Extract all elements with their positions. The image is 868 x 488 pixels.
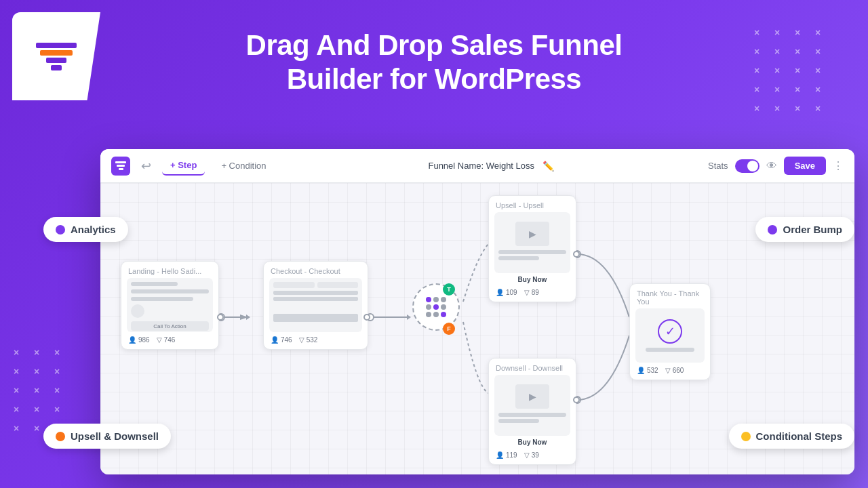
stats-label: Stats xyxy=(708,161,728,171)
conversions-icon: ▽ xyxy=(157,336,162,344)
upsell-cta: Buy Now xyxy=(489,273,576,285)
false-badge: F xyxy=(443,323,455,335)
upsell-node-title: Upsell - Upsell xyxy=(489,196,576,212)
analytics-dot xyxy=(56,225,65,235)
upsell-preview: ▶ xyxy=(494,212,570,273)
thankyou-preview: ✓ xyxy=(635,308,705,363)
cta-preview: Call To Action xyxy=(131,321,209,331)
downsell-stats: 👤 119 ▽ 39 xyxy=(489,447,576,464)
order-bump-label: Order Bump xyxy=(755,217,854,242)
node-landing[interactable]: Landing - Hello Sadi... Call To Action 👤… xyxy=(121,261,219,350)
conditional-steps-dot xyxy=(741,432,751,441)
thankyou-stats: 👤 532 ▽ 660 xyxy=(630,363,710,380)
preview-icon[interactable]: 👁 xyxy=(766,160,777,172)
checkout-preview xyxy=(269,278,362,332)
video-placeholder-downsell: ▶ xyxy=(515,384,549,409)
node-upsell[interactable]: Upsell - Upsell ▶ Buy Now 👤 xyxy=(488,195,576,302)
landing-stats: 👤 986 ▽ 746 xyxy=(121,332,218,349)
play-icon-downsell: ▶ xyxy=(529,391,536,402)
upsell-stats: 👤 109 ▽ 89 xyxy=(489,285,576,302)
edit-funnel-name-icon[interactable]: ✏️ xyxy=(542,161,554,171)
save-button[interactable]: Save xyxy=(784,157,826,175)
connector-dot-1 xyxy=(217,314,224,321)
funnel-name-label: Funnel Name: Weight Loss xyxy=(428,161,534,171)
connector-dot-4 xyxy=(573,396,580,403)
upsell-downsell-dot xyxy=(56,432,65,441)
visitors-icon: 👤 xyxy=(128,336,136,344)
toolbar-logo xyxy=(111,157,130,176)
downsell-node-title: Downsell - Downsell xyxy=(489,359,576,375)
checkout-stats: 👤 746 ▽ 532 xyxy=(264,332,368,349)
check-icon: ✓ xyxy=(658,319,682,344)
add-condition-button[interactable]: + Condition xyxy=(213,157,274,175)
landing-node-title: Landing - Hello Sadi... xyxy=(121,262,218,278)
connector-dot-3 xyxy=(573,251,580,258)
add-step-button[interactable]: + Step xyxy=(162,156,205,176)
node-conditional[interactable]: T F xyxy=(409,283,463,338)
decorative-dots-bottom-left: × × × × × × × × × × × × × × × xyxy=(14,347,66,434)
back-button[interactable]: ↩ xyxy=(138,156,154,176)
play-icon: ▶ xyxy=(529,228,536,239)
analytics-label: Analytics xyxy=(43,217,128,242)
downsell-preview: ▶ xyxy=(494,375,570,436)
node-downsell[interactable]: Downsell - Downsell ▶ Buy Now xyxy=(488,358,576,465)
svg-marker-7 xyxy=(246,314,250,320)
node-thankyou[interactable]: Thank You - Thank You ✓ 👤 532 ▽ 660 xyxy=(629,283,711,380)
visitors-icon: 👤 xyxy=(271,336,279,344)
hero-title: Drag And Drop Sales Funnel Builder for W… xyxy=(0,28,868,97)
conditional-steps-label: Conditional Steps xyxy=(729,424,855,449)
connector-dot-2 xyxy=(363,314,370,321)
toolbar: ↩ + Step + Condition Funnel Name: Weight… xyxy=(100,149,854,183)
toolbar-right: Stats 👁 Save ⋮ xyxy=(708,157,844,175)
thankyou-node-title: Thank You - Thank You xyxy=(630,284,710,308)
conversions-icon: ▽ xyxy=(299,336,304,344)
more-options-icon[interactable]: ⋮ xyxy=(833,159,844,172)
video-placeholder: ▶ xyxy=(515,222,549,246)
checkout-node-title: Checkout - Checkout xyxy=(264,262,368,278)
downsell-cta: Buy Now xyxy=(489,436,576,447)
stats-toggle[interactable] xyxy=(735,159,760,173)
node-checkout[interactable]: Checkout - Checkout xyxy=(263,261,368,350)
landing-preview: Call To Action xyxy=(127,278,213,332)
upsell-downsell-label: Upsell & Downsell xyxy=(43,424,171,449)
true-badge: T xyxy=(443,283,455,296)
order-bump-dot xyxy=(768,225,777,235)
